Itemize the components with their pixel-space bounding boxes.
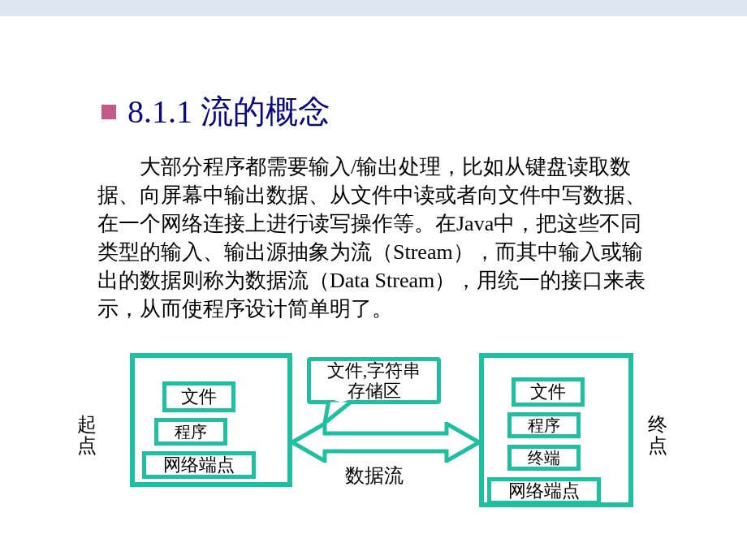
- svg-marker-0: [325, 400, 353, 423]
- dest-terminal-box: 终端: [507, 445, 581, 471]
- source-network-label: 网络端点: [163, 453, 235, 477]
- double-arrow-icon: [292, 422, 479, 463]
- dest-program-box: 程序: [507, 412, 581, 438]
- source-file-label: 文件: [181, 385, 217, 409]
- end-point-label: 终 点: [648, 414, 667, 457]
- slide-title: 8.1.1 流的概念: [127, 89, 330, 134]
- callout-tail-icon: [321, 400, 361, 424]
- callout-text: 文件,字符串 存储区: [327, 360, 421, 402]
- svg-marker-2: [292, 424, 479, 461]
- title-bullet: [101, 105, 116, 119]
- dest-program-label: 程序: [528, 415, 560, 437]
- dest-network-label: 网络端点: [508, 479, 580, 503]
- dest-terminal-label: 终端: [528, 447, 560, 469]
- source-network-box: 网络端点: [142, 451, 256, 479]
- callout-box: 文件,字符串 存储区: [307, 357, 441, 404]
- flow-label: 数据流: [345, 463, 404, 489]
- dest-file-box: 文件: [512, 377, 585, 407]
- source-program-label: 程序: [175, 421, 207, 443]
- source-program-box: 程序: [154, 418, 227, 446]
- slide-top-bar: [0, 0, 747, 16]
- dest-file-label: 文件: [530, 380, 566, 404]
- slide-body-paragraph: 大部分程序都需要输入/输出处理，比如从键盘读取数据、向屏幕中输出数据、从文件中读…: [97, 153, 662, 324]
- source-file-box: 文件: [162, 381, 235, 412]
- stream-diagram: 起 点 终 点 文件 程序 网络端点 文件 程序 终端 网络端点 文件,字符串 …: [81, 349, 666, 536]
- dest-network-box: 网络端点: [487, 477, 601, 505]
- title-section: 8.1.1 流的概念: [101, 89, 330, 134]
- start-point-label: 起 点: [77, 414, 97, 457]
